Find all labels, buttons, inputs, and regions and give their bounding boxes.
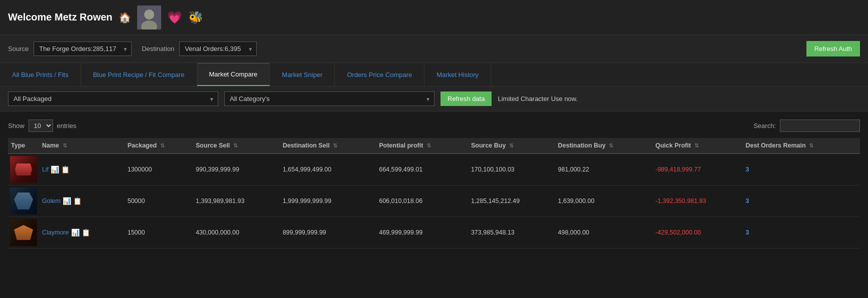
destination-label: Destination <box>142 45 174 52</box>
col-potential-profit[interactable]: Potential profit ⇅ <box>376 138 468 154</box>
source-buy-cell: 373,985,948.13 <box>468 217 555 248</box>
heart-icon[interactable]: 💗 <box>167 10 182 24</box>
table-controls: Show 10 entries Search: <box>8 120 860 132</box>
sort-dest-buy-icon: ⇅ <box>609 142 613 148</box>
packaged-cell: 50000 <box>125 186 193 217</box>
packaged-cell: 1300000 <box>125 154 193 186</box>
list-icon-golem: 📋 <box>73 197 82 205</box>
table-row: Lif 📊 📋 1300000 990,399,999.99 1,654,999… <box>8 154 860 186</box>
item-name-cell: Golem 📊 📋 <box>39 186 125 217</box>
tab-market-sniper[interactable]: Market Sniper <box>270 63 335 86</box>
item-name-link-claymore[interactable]: Claymore 📊 📋 <box>42 228 122 236</box>
destination-select-wrapper[interactable]: Venal Orders:6,395 <box>179 42 257 56</box>
tab-market-history[interactable]: Market History <box>424 63 491 86</box>
source-select[interactable]: The Forge Orders:285,117 <box>34 42 132 56</box>
table-row: Claymore 📊 📋 15000 430,000,000.00 899,99… <box>8 217 860 248</box>
filter-row: All Packaged All Category's Refresh data… <box>0 86 868 112</box>
dest-orders-cell: 3 <box>742 186 860 217</box>
item-name-link-lif[interactable]: Lif 📊 📋 <box>42 166 122 174</box>
tab-spacer <box>491 63 868 86</box>
header: Welcome Metz Rowen 🏠 💗 🐝 <box>0 0 868 35</box>
dest-buy-cell: 498,000.00 <box>555 217 653 248</box>
tab-blueprint-recipe[interactable]: Blue Print Recipe / Fit Compare <box>81 63 197 86</box>
bee-icon[interactable]: 🐝 <box>188 10 203 24</box>
quick-profit-cell: -429,502,000.00 <box>652 217 742 248</box>
item-type-cell <box>8 154 39 186</box>
refresh-auth-button[interactable]: Refresh Auth <box>806 41 860 56</box>
col-name[interactable]: Name ⇅ <box>39 138 125 154</box>
col-source-buy[interactable]: Source Buy ⇅ <box>468 138 555 154</box>
potential-profit-cell: 664,599,499.01 <box>376 154 468 186</box>
sort-name-icon: ⇅ <box>63 142 67 148</box>
dest-sell-cell: 1,999,999,999.99 <box>280 186 376 217</box>
sort-dest-orders-icon: ⇅ <box>809 142 813 148</box>
home-link[interactable]: 🏠 <box>119 12 131 24</box>
entries-select[interactable]: 10 <box>29 120 53 132</box>
col-dest-buy[interactable]: Destination Buy ⇅ <box>555 138 653 154</box>
data-table: Type Name ⇅ Packaged ⇅ Source Sell ⇅ Des… <box>8 138 860 248</box>
category-select[interactable]: All Category's <box>224 92 435 106</box>
show-entries: Show 10 entries <box>8 120 77 132</box>
table-header-row: Type Name ⇅ Packaged ⇅ Source Sell ⇅ Des… <box>8 138 860 154</box>
tab-market-compare[interactable]: Market Compare <box>197 63 270 86</box>
source-sell-cell: 990,399,999.99 <box>193 154 280 186</box>
item-name-cell: Lif 📊 📋 <box>39 154 125 186</box>
chart-icon-golem: 📊 <box>63 197 71 205</box>
col-packaged[interactable]: Packaged ⇅ <box>125 138 193 154</box>
source-select-wrapper[interactable]: The Forge Orders:285,117 <box>34 42 132 56</box>
dest-orders-num-golem: 3 <box>745 198 749 204</box>
packaged-cell: 15000 <box>125 217 193 248</box>
dest-orders-cell: 3 <box>742 154 860 186</box>
item-name-link-golem[interactable]: Golem 📊 📋 <box>42 197 122 205</box>
chart-icon-lif: 📊 <box>51 166 59 174</box>
source-group: Source The Forge Orders:285,117 <box>8 42 132 56</box>
sort-source-buy-icon: ⇅ <box>509 142 514 148</box>
sort-source-sell-icon: ⇅ <box>233 142 238 148</box>
destination-group: Destination Venal Orders:6,395 <box>142 42 257 56</box>
search-box: Search: <box>753 120 860 132</box>
dest-orders-num-lif: 3 <box>745 166 749 173</box>
welcome-title: Welcome Metz Rowen <box>8 12 113 23</box>
dest-orders-num-claymore: 3 <box>745 229 749 236</box>
potential-profit-cell: 606,010,018.06 <box>376 186 468 217</box>
source-buy-cell: 1,285,145,212.49 <box>468 186 555 217</box>
col-type[interactable]: Type <box>8 138 39 154</box>
dest-buy-cell: 1,639,000.00 <box>555 186 653 217</box>
packaged-select[interactable]: All Packaged <box>8 92 218 106</box>
svg-point-1 <box>144 10 154 20</box>
item-name-cell: Claymore 📊 📋 <box>39 217 125 248</box>
show-label: Show <box>8 122 25 130</box>
col-source-sell[interactable]: Source Sell ⇅ <box>193 138 280 154</box>
table-row: Golem 📊 📋 50000 1,393,989,981.93 1,999,9… <box>8 186 860 217</box>
sort-quick-profit-icon: ⇅ <box>694 142 699 148</box>
source-sell-cell: 1,393,989,981.93 <box>193 186 280 217</box>
item-image-claymore <box>10 219 37 246</box>
destination-select[interactable]: Venal Orders:6,395 <box>179 42 257 56</box>
home-icon: 🏠 <box>119 12 131 23</box>
list-icon-lif: 📋 <box>61 166 70 174</box>
sort-potential-profit-icon: ⇅ <box>426 142 431 148</box>
avatar <box>137 6 161 30</box>
quick-profit-cell: -1,392,350,981.93 <box>652 186 742 217</box>
dest-sell-cell: 1,654,999,499.00 <box>280 154 376 186</box>
dest-orders-cell: 3 <box>742 217 860 248</box>
limited-notice: Limited Character Use now. <box>498 95 578 102</box>
list-icon-claymore: 📋 <box>82 228 90 236</box>
col-dest-orders[interactable]: Dest Orders Remain ⇅ <box>742 138 860 154</box>
potential-profit-cell: 469,999,999.99 <box>376 217 468 248</box>
tab-orders-price[interactable]: Orders Price Compare <box>335 63 424 86</box>
controls-row: Source The Forge Orders:285,117 Destinat… <box>0 35 868 63</box>
dest-buy-cell: 981,000.22 <box>555 154 653 186</box>
packaged-filter-wrapper[interactable]: All Packaged <box>8 92 218 106</box>
item-type-cell <box>8 186 39 217</box>
chart-icon-claymore: 📊 <box>71 228 80 236</box>
table-section: Show 10 entries Search: Type Name ⇅ Pack <box>0 112 868 256</box>
refresh-data-button[interactable]: Refresh data <box>441 92 492 106</box>
col-dest-sell[interactable]: Destination Sell ⇅ <box>280 138 376 154</box>
tab-blueprints[interactable]: All Blue Prints / Fits <box>0 63 81 86</box>
source-buy-cell: 170,100,100.03 <box>468 154 555 186</box>
category-filter-wrapper[interactable]: All Category's <box>224 92 435 106</box>
item-image-lif <box>10 156 37 183</box>
col-quick-profit[interactable]: Quick Profit ⇅ <box>652 138 742 154</box>
search-input[interactable] <box>780 120 860 132</box>
